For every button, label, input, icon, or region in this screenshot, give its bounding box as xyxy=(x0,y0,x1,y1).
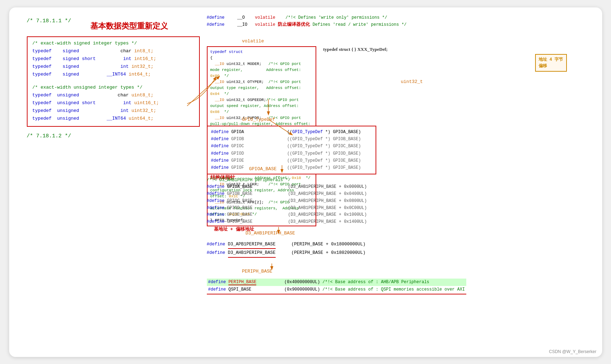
define-gpioa-line3: #define GPIOC ((GPIO_TypeDef *) GPIOC_BA… xyxy=(211,143,372,150)
define-gpio-base-section: /*!< D3_AHB1PERIPH peripherals */ #defin… xyxy=(207,177,367,233)
define-top-section: #define __O volatile /*!< Defines 'write… xyxy=(207,14,407,29)
typedef-signed-char: typedef signed char int8_t; xyxy=(32,47,194,55)
periph-define-section: #define PERIPH_BASE (0x40000000UL) /*!< … xyxy=(207,279,466,295)
typedef-struct-label: typedef struct { } XXX_TypeDef; xyxy=(323,46,388,53)
d3-apb-section: #define D3_APB1PERIPH_BASE (PERIPH_BASE … xyxy=(207,240,366,258)
section-title: 基本数据类型重新定义 xyxy=(90,21,168,31)
left-panel: /* 7.18.1.1 */ 基本数据类型重新定义 /* exact-width… xyxy=(16,14,200,350)
uint32-label: uint32_t xyxy=(401,79,423,84)
gpio-typedef-label: GPIO_TypeDef xyxy=(242,117,275,122)
gpioa-base-label: GPIOA_BASE xyxy=(249,166,277,172)
define-gpiod-base: #define GPIOD_BASE (D3_AHB1PERIPH_BASE +… xyxy=(207,205,367,212)
typedef-comment1: /* exact-width signed integer types */ xyxy=(32,41,194,46)
typedef-box: /* exact-width signed integer types */ t… xyxy=(27,36,200,127)
define-gpioe-base: #define GPIOE_BASE (D3_AHB1PERIPH_BASE +… xyxy=(207,211,367,219)
define-gpioa-section: #define GPIOA ((GPIO_TypeDef *) GPIOA_BA… xyxy=(207,126,376,181)
define-gpioa-line4: #define GPIOD ((GPIO_TypeDef *) GPIOD_BA… xyxy=(211,150,372,157)
typedef-struct-header: typedef struct xyxy=(210,49,313,55)
define-line-o: #define __O volatile /*!< Defines 'write… xyxy=(207,14,407,21)
volatile-label: volatile xyxy=(242,38,264,44)
typedef-unsigned-int: typedef unsigned int uint32_t; xyxy=(32,107,194,115)
define-gpioa-line2: #define GPIOB ((GPIO_TypeDef *) GPIOB_BA… xyxy=(211,136,372,143)
typedef-struct-ospeedr: __IO uint32_t OSPEEDR;/*!< GPIO port out… xyxy=(210,97,313,115)
typedef-unsigned-char: typedef unsigned char uint8_t; xyxy=(32,91,194,99)
typedef-signed-short: typedef signed short int int16_t; xyxy=(32,55,194,63)
define-gpioa-box: #define GPIOA ((GPIO_TypeDef *) GPIOA_BA… xyxy=(207,126,376,174)
comment-718-2: /* 7.18.1.2 */ xyxy=(27,133,200,139)
qspi-base-define: #define QSPI_BASE (0x90000000UL) /*!< Ba… xyxy=(207,286,466,294)
define-gpioc-base: #define GPIOC_BASE (D3_AHB1PERIPH_BASE +… xyxy=(207,198,367,205)
define-gpioa-line1: #define GPIOA ((GPIO_TypeDef *) GPIOA_BA… xyxy=(211,129,372,136)
right-panel: #define __O volatile /*!< Defines 'write… xyxy=(200,14,595,350)
main-container: /* 7.18.1.1 */ 基本数据类型重新定义 /* exact-width… xyxy=(9,7,602,357)
define-gpioa-base: #define GPIOA_BASE (D3_AHB1PERIPH_BASE +… xyxy=(207,184,367,191)
typedef-unsigned-short: typedef unsigned short int uint16_t; xyxy=(32,99,194,107)
define-line-io: #define __IO volatile 防止编译器优化 Defines 'r… xyxy=(207,21,407,29)
d3-ahb-line2: #define D3_AHB1PERIPH_BASE (PERIPH_BASE … xyxy=(207,249,366,258)
addr-offset-box: 地址 4 字节偏移 xyxy=(535,54,567,72)
addr-offset-label: 地址 4 字节偏移 xyxy=(539,56,563,69)
d3-apb-line1: #define D3_APB1PERIPH_BASE (PERIPH_BASE … xyxy=(207,240,366,249)
periph-base-label: PERIPH_BASE xyxy=(242,269,272,274)
periph-base-define: #define PERIPH_BASE (0x40000000UL) /*!< … xyxy=(207,279,466,286)
define-gpio-comment: /*!< D3_AHB1PERIPH peripherals */ xyxy=(207,177,367,184)
typedef-struct-moder: __IO uint32_t MODER; /*!< GPIO port mode… xyxy=(210,61,313,79)
content-area: /* 7.18.1.1 */ 基本数据类型重新定义 /* exact-width… xyxy=(16,14,595,350)
define-gpioa-line5: #define GPIOE ((GPIO_TypeDef *) GPIOE_BA… xyxy=(211,157,372,164)
define-gpiof-base: #define GPIOF_BASE (D3_AHB1PERIPH_BASE +… xyxy=(207,219,367,226)
watermark: CSDN @W_Y_Berserker xyxy=(549,349,596,354)
define-gpioa-line6: #define GPIOF ((GPIO_TypeDef *) GPIOF_BA… xyxy=(211,164,372,171)
typedef-signed-int: typedef signed int int32_t; xyxy=(32,63,194,71)
typedef-unsigned-int64: typedef unsigned __INT64 uint64_t; xyxy=(32,115,194,123)
d3-ahb-label: D3_AHB1PERIPH_BASE xyxy=(246,231,295,236)
typedef-struct-otyper: __IO uint32_t OTYPER; /*!< GPIO port out… xyxy=(210,79,313,97)
typedef-struct-brace: { xyxy=(210,55,313,61)
typedef-comment2: /* exact-width unsigned integer types */ xyxy=(32,85,194,90)
typedef-signed-int64: typedef signed __INT64 int64_t; xyxy=(32,71,194,78)
define-gpiob-base: #define GPIOB_BASE (D3_AHB1PERIPH_BASE +… xyxy=(207,191,367,198)
